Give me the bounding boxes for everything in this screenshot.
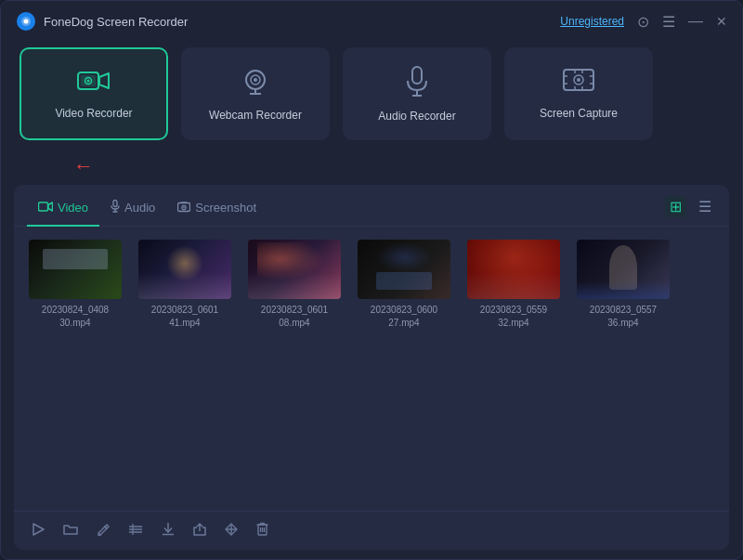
file-item[interactable]: 20230824_040830.mp4 [29,240,122,330]
svg-rect-19 [39,202,48,211]
svg-point-26 [183,206,185,208]
red-arrow-icon: ← [73,154,94,178]
svg-rect-13 [412,67,422,84]
title-bar-left: FoneDog Screen Recorder [16,11,188,32]
mode-btn-screen-capture[interactable]: Screen Capture [504,47,653,140]
svg-marker-7 [99,73,109,88]
file-name: 20230824_040830.mp4 [42,304,109,330]
minimize-icon[interactable]: — [688,13,703,30]
move-icon[interactable] [222,520,241,542]
svg-point-18 [577,78,580,82]
play-icon[interactable] [29,520,47,542]
svg-point-10 [254,78,257,82]
audio-recorder-icon [404,66,430,102]
screen-capture-label: Screen Capture [540,107,618,120]
content-area: Video Audio [14,185,729,550]
tab-screenshot[interactable]: Screenshot [166,195,267,227]
file-name: 20230823_055736.mp4 [590,304,657,330]
mode-btn-audio-recorder[interactable]: Audio Recorder [343,47,491,140]
svg-point-2 [24,20,29,24]
arrow-area: ← [1,155,742,185]
svg-marker-20 [48,202,53,211]
mode-btn-webcam-recorder[interactable]: Webcam Recorder [181,47,330,140]
title-bar: FoneDog Screen Recorder Unregistered ⊙ ☰… [1,1,742,42]
file-item[interactable]: 20230823_055932.mp4 [467,240,560,330]
tab-audio[interactable]: Audio [99,194,166,227]
audio-recorder-label: Audio Recorder [378,110,455,123]
app-logo-icon [16,11,36,32]
app-title: FoneDog Screen Recorder [44,15,188,29]
trim-icon[interactable] [125,520,146,542]
tab-video[interactable]: Video [27,195,99,227]
audio-tab-icon [111,200,120,215]
share-icon[interactable] [190,520,209,542]
bottom-toolbar [14,511,729,550]
folder-icon[interactable] [60,520,81,542]
list-view-btn[interactable]: ☰ [694,196,716,217]
mode-bar: Video Recorder Webcam Recorder [1,42,742,155]
close-icon[interactable]: ✕ [716,14,727,29]
file-item[interactable]: 20230823_060108.mp4 [248,240,341,330]
svg-rect-21 [113,201,117,207]
video-recorder-label: Video Recorder [55,107,132,120]
tab-screenshot-label: Screenshot [195,201,256,215]
file-thumbnail [467,240,560,299]
tab-video-label: Video [58,201,88,215]
webcam-recorder-icon [241,67,270,101]
edit-icon[interactable] [94,520,112,542]
file-thumbnail [358,240,450,299]
file-grid: 20230824_040830.mp4 20230823_060141.mp4 … [14,227,729,511]
file-name: 20230823_055932.mp4 [480,304,547,330]
screenshot-tab-icon [177,201,190,215]
tab-audio-label: Audio [124,201,155,215]
video-recorder-icon [77,69,111,99]
file-item[interactable]: 20230823_055736.mp4 [577,240,670,330]
tab-bar: Video Audio [14,185,729,227]
webcam-recorder-label: Webcam Recorder [209,109,302,122]
file-thumbnail [577,240,670,299]
file-thumbnail [248,240,341,299]
delete-icon[interactable] [254,519,271,542]
title-bar-right: Unregistered ⊙ ☰ — ✕ [560,13,727,31]
menu-icon[interactable]: ☰ [662,13,675,31]
file-name: 20230823_060141.mp4 [151,304,218,330]
svg-marker-27 [33,524,44,535]
grid-view-btn[interactable]: ⊞ [665,196,686,217]
file-name: 20230823_060108.mp4 [261,304,328,330]
file-thumbnail [29,240,122,299]
file-item[interactable]: 20230823_060141.mp4 [138,240,231,330]
video-tab-icon [38,201,53,215]
unregistered-link[interactable]: Unregistered [560,15,624,28]
svg-point-6 [87,79,90,82]
file-thumbnail [138,240,231,299]
app-window: FoneDog Screen Recorder Unregistered ⊙ ☰… [0,0,743,560]
view-toggles: ⊞ ☰ [665,196,716,225]
file-name: 20230823_060027.mp4 [371,304,437,330]
mode-btn-video-recorder[interactable]: Video Recorder [20,47,168,140]
screen-capture-icon [563,69,594,99]
download-icon[interactable] [159,519,177,542]
file-item[interactable]: 20230823_060027.mp4 [358,240,450,330]
target-icon[interactable]: ⊙ [637,13,649,31]
